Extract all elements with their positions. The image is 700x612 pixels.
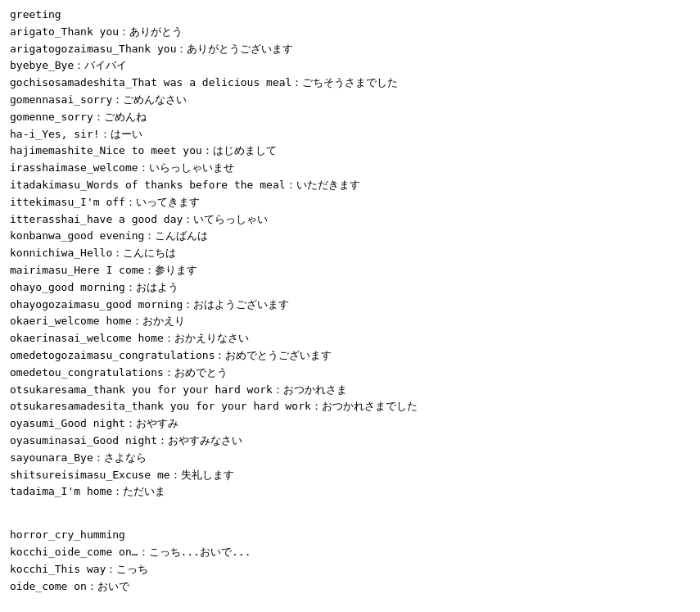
list-item: arigatogozaimasu_Thank you：ありがとうございます [10,41,690,58]
list-item: gomennasai_sorry：ごめんなさい [10,92,690,109]
list-item: ittekimasu_I'm off：いってきます [10,194,690,211]
list-item: itadakimasu_Words of thanks before the m… [10,177,690,194]
list-item: ohayogozaimasu_good morning：おはようございます [10,297,690,314]
list-item: ohayo_good morning：おはよう [10,279,690,297]
list-item: greeting [10,7,690,24]
list-item: oide_come on：おいで [10,578,690,596]
list-item: hajimemashite_Nice to meet you：はじめまして [10,143,690,160]
page-container: greetingarigato_Thank you：ありがとうarigatogo… [10,7,690,595]
section-gap [10,501,690,527]
list-item: shitsureisimasu_Excuse me：失礼します [10,467,690,484]
list-item: oyasuminasai_Good night：おやすみなさい [10,433,690,450]
list-item: gomenne_sorry：ごめんね [10,109,690,126]
list-item: kocchi_oide_come on…：こっち...おいで... [10,544,690,561]
list-item: mairimasu_Here I come：参ります [10,262,690,279]
greetings-section: greetingarigato_Thank you：ありがとうarigatogo… [10,7,690,501]
list-item: gochisosamadeshita_That was a delicious … [10,75,690,92]
list-item: kocchi_This way：こっち [10,561,690,578]
list-item: ha-i_Yes, sir!：はーい [10,126,690,143]
list-item: okaerinasai_welcome home：おかえりなさい [10,330,690,347]
expressions-section: horror_cry_hummingkocchi_oide_come on…：こ… [10,527,690,595]
list-item: arigato_Thank you：ありがとう [10,24,690,41]
list-item: sayounara_Bye：さよなら [10,450,690,467]
list-item: itterasshai_have a good day：いてらっしゃい [10,211,690,229]
list-item: okaeri_welcome home：おかえり [10,313,690,330]
list-item: irasshaimase_welcome：いらっしゃいませ [10,160,690,177]
list-item: konnichiwa_Hello：こんにちは [10,245,690,262]
list-item: konbanwa_good evening：こんばんは [10,228,690,245]
list-item: tadaima_I'm home：ただいま [10,483,690,501]
list-item: omedetou_congratulations：おめでとう [10,365,690,382]
list-item: byebye_Bye：バイバイ [10,57,690,75]
list-item: otsukaresamadesita_thank you for your ha… [10,398,690,415]
list-item: otsukaresama_thank you for your hard wor… [10,382,690,399]
list-item: horror_cry_humming [10,527,690,544]
list-item: oyasumi_Good night：おやすみ [10,415,690,433]
list-item: omedetogozaimasu_congratulations：おめでとうござ… [10,347,690,365]
